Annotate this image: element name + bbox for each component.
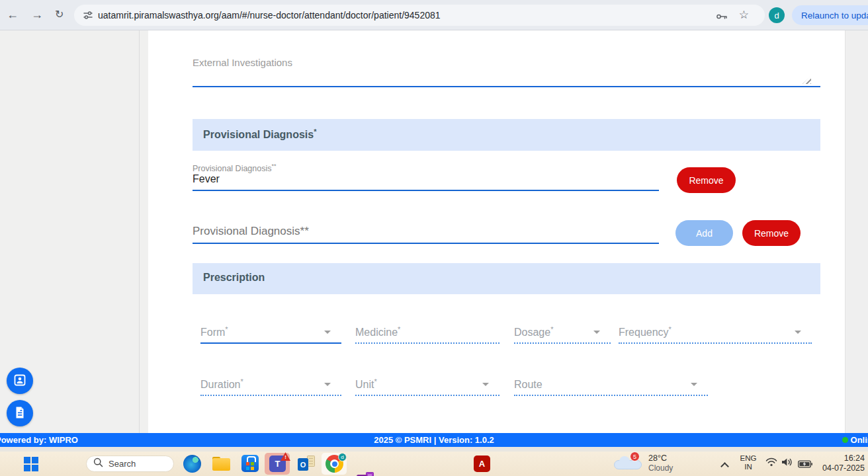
forward-icon[interactable]: → bbox=[31, 8, 43, 21]
speaker-icon[interactable] bbox=[781, 457, 793, 469]
duration-select[interactable]: Duration* bbox=[200, 374, 341, 396]
chevron-down-icon bbox=[691, 383, 697, 386]
cloud-icon bbox=[614, 460, 642, 469]
url-bar[interactable]: uatamrit.piramalswasthya.org/aam/#/nurse… bbox=[74, 5, 765, 26]
page-content: External Investigations Provisional Diag… bbox=[0, 30, 868, 433]
start-button-windows-icon[interactable] bbox=[24, 457, 38, 471]
acrobat-icon[interactable]: A bbox=[474, 456, 490, 472]
online-dot-icon bbox=[842, 437, 848, 443]
route-select[interactable]: Route bbox=[514, 374, 708, 396]
chevron-down-icon bbox=[324, 383, 331, 386]
form-select[interactable]: Form* bbox=[200, 322, 341, 344]
app-footer: Powered by: WIPRO 2025 © PSMRI | Version… bbox=[0, 433, 868, 447]
chevron-down-icon bbox=[482, 383, 489, 386]
weather-condition: Cloudy bbox=[648, 463, 673, 473]
section-title: Prescription bbox=[203, 272, 265, 284]
person-card-icon bbox=[13, 374, 26, 389]
clock-widget[interactable]: 16:24 04-07-2025 bbox=[822, 454, 865, 473]
unit-select[interactable]: Unit* bbox=[355, 374, 499, 396]
remove-diagnosis-1-button[interactable]: Remove bbox=[677, 167, 736, 193]
chevron-down-icon bbox=[795, 331, 801, 334]
add-diagnosis-button[interactable]: Add bbox=[675, 220, 733, 246]
battery-charging-icon[interactable] bbox=[798, 459, 812, 471]
clock-time: 16:24 bbox=[822, 454, 865, 463]
outlook-icon[interactable]: O bbox=[298, 455, 316, 471]
diagnosis-1-underline bbox=[193, 190, 659, 191]
external-investigations-textarea[interactable] bbox=[193, 60, 820, 87]
taskbar-search[interactable]: Search bbox=[86, 456, 174, 472]
browser-toolbar: ← → ↻ uatamrit.piramalswasthya.org/aam/#… bbox=[0, 0, 868, 30]
remove-diagnosis-2-button[interactable]: Remove bbox=[742, 220, 801, 246]
clock-date: 04-07-2025 bbox=[822, 463, 865, 473]
frequency-select[interactable]: Frequency* bbox=[619, 322, 812, 344]
relaunch-to-update-button[interactable]: Relaunch to update bbox=[792, 5, 868, 25]
diagnosis-1-value[interactable]: Fever bbox=[193, 173, 220, 185]
back-icon[interactable]: ← bbox=[7, 8, 19, 21]
patient-profile-fab-button[interactable] bbox=[7, 368, 33, 394]
medicine-input[interactable]: Medicine* bbox=[355, 322, 499, 344]
scrollbar-track[interactable] bbox=[845, 30, 868, 433]
edge-icon[interactable] bbox=[183, 455, 201, 473]
search-icon bbox=[93, 457, 103, 470]
chevron-down-icon bbox=[324, 331, 331, 334]
diagnosis-2-input[interactable] bbox=[193, 220, 659, 243]
copyright-version-text: 2025 © PSMRI | Version: 1.0.2 bbox=[374, 433, 494, 447]
prescription-section-header: Prescription bbox=[193, 263, 820, 294]
microsoft-store-icon[interactable] bbox=[241, 455, 259, 472]
case-record-fab-button[interactable] bbox=[7, 400, 33, 426]
window-edge bbox=[0, 447, 868, 452]
provisional-diagnosis-section-header: Provisional Diagnosis* bbox=[193, 119, 820, 151]
document-icon bbox=[14, 406, 26, 421]
weather-temp: 28°C bbox=[648, 454, 667, 463]
wifi-icon[interactable] bbox=[765, 457, 777, 469]
weather-widget[interactable]: 5 28°C Cloudy bbox=[611, 452, 675, 475]
windows-taskbar: Search bbox=[0, 452, 868, 476]
password-key-icon[interactable] bbox=[716, 11, 728, 23]
profile-avatar[interactable]: d bbox=[769, 7, 785, 23]
diagnosis-2-underline bbox=[193, 243, 659, 244]
search-placeholder-text: Search bbox=[108, 459, 136, 469]
url-text[interactable]: uatamrit.piramalswasthya.org/aam/#/nurse… bbox=[98, 10, 720, 20]
chevron-down-icon bbox=[593, 331, 600, 334]
onenote-icon[interactable]: N bbox=[357, 471, 374, 476]
textarea-resize-handle[interactable] bbox=[803, 76, 811, 84]
panel-divider bbox=[139, 30, 140, 433]
online-status: Online bbox=[842, 433, 868, 447]
powered-by-text: Powered by: WIPRO bbox=[0, 433, 78, 447]
diagnosis-1-label: Provisional Diagnosis** bbox=[193, 163, 277, 173]
language-indicator[interactable]: ENG IN bbox=[740, 454, 757, 471]
reload-icon[interactable]: ↻ bbox=[55, 8, 64, 21]
section-title: Provisional Diagnosis* bbox=[203, 128, 316, 141]
screen: ← → ↻ uatamrit.piramalswasthya.org/aam/#… bbox=[0, 0, 868, 476]
file-explorer-icon[interactable] bbox=[212, 455, 230, 471]
site-info-icon[interactable] bbox=[83, 10, 93, 23]
chrome-profile-badge: d bbox=[338, 453, 347, 461]
dosage-select[interactable]: Dosage* bbox=[514, 322, 611, 344]
bookmark-star-icon[interactable]: ☆ bbox=[739, 8, 749, 22]
notification-badge: 5 bbox=[630, 452, 640, 461]
